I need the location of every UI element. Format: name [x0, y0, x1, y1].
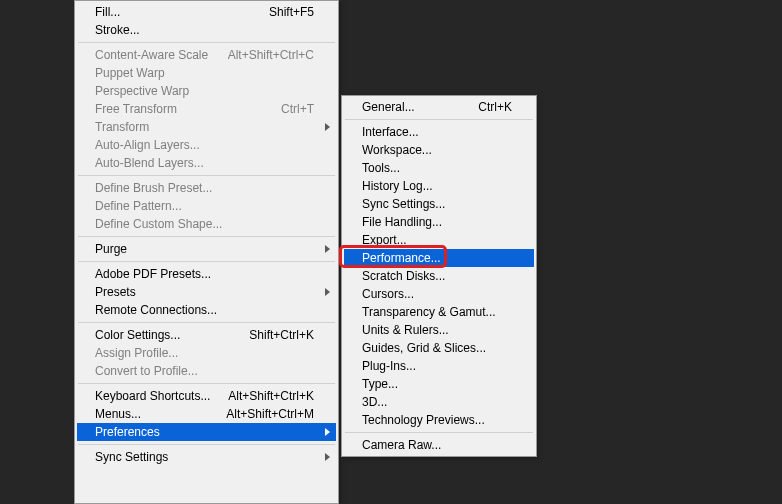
menu-item-workspace[interactable]: Workspace...: [344, 141, 534, 159]
menu-item-label: Workspace...: [362, 143, 512, 157]
menu-item-shortcut: Alt+Shift+Ctrl+K: [228, 389, 314, 403]
menu-item-label: Purge: [95, 242, 314, 256]
menu-item-label: Auto-Align Layers...: [95, 138, 314, 152]
menu-separator: [78, 383, 335, 384]
menu-item-define-brush-preset: Define Brush Preset...: [77, 179, 336, 197]
submenu-arrow-icon: [325, 428, 330, 436]
menu-item-define-pattern: Define Pattern...: [77, 197, 336, 215]
menu-item-label: Adobe PDF Presets...: [95, 267, 314, 281]
menu-item-label: Cursors...: [362, 287, 512, 301]
menu-item-purge[interactable]: Purge: [77, 240, 336, 258]
menu-item-units-rulers[interactable]: Units & Rulers...: [344, 321, 534, 339]
menu-item-3d[interactable]: 3D...: [344, 393, 534, 411]
menu-item-label: Color Settings...: [95, 328, 239, 342]
menu-separator: [78, 261, 335, 262]
menu-separator: [78, 236, 335, 237]
menu-item-convert-to-profile: Convert to Profile...: [77, 362, 336, 380]
menu-item-label: Export...: [362, 233, 512, 247]
menu-item-label: Type...: [362, 377, 512, 391]
edit-menu: Fill...Shift+F5Stroke...Content-Aware Sc…: [74, 0, 339, 504]
menu-item-preferences[interactable]: Preferences: [77, 423, 336, 441]
menu-item-fill[interactable]: Fill...Shift+F5: [77, 3, 336, 21]
menu-item-label: Remote Connections...: [95, 303, 314, 317]
menu-item-shortcut: Ctrl+T: [281, 102, 314, 116]
preferences-submenu: General...Ctrl+KInterface...Workspace...…: [341, 95, 537, 457]
menu-item-label: Content-Aware Scale: [95, 48, 218, 62]
menu-item-label: General...: [362, 100, 468, 114]
menu-item-perspective-warp: Perspective Warp: [77, 82, 336, 100]
menu-item-label: Convert to Profile...: [95, 364, 314, 378]
menu-item-keyboard-shortcuts[interactable]: Keyboard Shortcuts...Alt+Shift+Ctrl+K: [77, 387, 336, 405]
menu-item-content-aware-scale: Content-Aware ScaleAlt+Shift+Ctrl+C: [77, 46, 336, 64]
menu-item-performance[interactable]: Performance...: [344, 249, 534, 267]
menu-item-type[interactable]: Type...: [344, 375, 534, 393]
menu-item-technology-previews[interactable]: Technology Previews...: [344, 411, 534, 429]
menu-item-menus[interactable]: Menus...Alt+Shift+Ctrl+M: [77, 405, 336, 423]
menu-item-history-log[interactable]: History Log...: [344, 177, 534, 195]
menu-item-shortcut: Ctrl+K: [478, 100, 512, 114]
menu-item-label: Camera Raw...: [362, 438, 512, 452]
menu-item-label: Perspective Warp: [95, 84, 314, 98]
menu-item-label: Define Brush Preset...: [95, 181, 314, 195]
menu-item-adobe-pdf-presets[interactable]: Adobe PDF Presets...: [77, 265, 336, 283]
menu-item-cursors[interactable]: Cursors...: [344, 285, 534, 303]
menu-item-guides-grid-slices[interactable]: Guides, Grid & Slices...: [344, 339, 534, 357]
menu-item-general[interactable]: General...Ctrl+K: [344, 98, 534, 116]
menu-item-label: Guides, Grid & Slices...: [362, 341, 512, 355]
menu-separator: [78, 42, 335, 43]
menu-item-shortcut: Shift+F5: [269, 5, 314, 19]
menu-item-sync-settings[interactable]: Sync Settings: [77, 448, 336, 466]
menu-item-label: Keyboard Shortcuts...: [95, 389, 218, 403]
menu-item-label: Puppet Warp: [95, 66, 314, 80]
menu-item-label: Sync Settings: [95, 450, 314, 464]
menu-separator: [345, 432, 533, 433]
menu-item-camera-raw[interactable]: Camera Raw...: [344, 436, 534, 454]
menu-item-interface[interactable]: Interface...: [344, 123, 534, 141]
menu-item-auto-blend-layers: Auto-Blend Layers...: [77, 154, 336, 172]
menu-item-label: Auto-Blend Layers...: [95, 156, 314, 170]
submenu-arrow-icon: [325, 453, 330, 461]
menu-item-label: Units & Rulers...: [362, 323, 512, 337]
menu-item-sync-settings[interactable]: Sync Settings...: [344, 195, 534, 213]
menu-item-color-settings[interactable]: Color Settings...Shift+Ctrl+K: [77, 326, 336, 344]
menu-separator: [78, 444, 335, 445]
menu-item-label: File Handling...: [362, 215, 512, 229]
menu-item-label: Preferences: [95, 425, 314, 439]
menu-item-label: Fill...: [95, 5, 259, 19]
menu-item-auto-align-layers: Auto-Align Layers...: [77, 136, 336, 154]
menu-item-label: Interface...: [362, 125, 512, 139]
menu-item-define-custom-shape: Define Custom Shape...: [77, 215, 336, 233]
menu-item-label: History Log...: [362, 179, 512, 193]
menu-separator: [78, 175, 335, 176]
menu-item-label: Tools...: [362, 161, 512, 175]
submenu-arrow-icon: [325, 288, 330, 296]
menu-item-remote-connections[interactable]: Remote Connections...: [77, 301, 336, 319]
menu-item-transparency-gamut[interactable]: Transparency & Gamut...: [344, 303, 534, 321]
menu-item-label: Sync Settings...: [362, 197, 512, 211]
submenu-arrow-icon: [325, 123, 330, 131]
menu-item-file-handling[interactable]: File Handling...: [344, 213, 534, 231]
menu-separator: [78, 322, 335, 323]
menu-item-tools[interactable]: Tools...: [344, 159, 534, 177]
menu-item-label: Transform: [95, 120, 314, 134]
menu-item-label: Transparency & Gamut...: [362, 305, 512, 319]
menu-item-plug-ins[interactable]: Plug-Ins...: [344, 357, 534, 375]
menu-item-label: Free Transform: [95, 102, 271, 116]
menu-item-stroke[interactable]: Stroke...: [77, 21, 336, 39]
menu-item-label: Menus...: [95, 407, 216, 421]
menu-item-label: Define Pattern...: [95, 199, 314, 213]
menu-item-label: Presets: [95, 285, 314, 299]
menu-item-presets[interactable]: Presets: [77, 283, 336, 301]
menu-item-free-transform: Free TransformCtrl+T: [77, 100, 336, 118]
menu-item-transform: Transform: [77, 118, 336, 136]
menu-separator: [345, 119, 533, 120]
menu-item-export[interactable]: Export...: [344, 231, 534, 249]
menu-item-scratch-disks[interactable]: Scratch Disks...: [344, 267, 534, 285]
menu-item-label: Define Custom Shape...: [95, 217, 314, 231]
menu-item-shortcut: Alt+Shift+Ctrl+C: [228, 48, 314, 62]
menu-item-label: Plug-Ins...: [362, 359, 512, 373]
menu-item-shortcut: Shift+Ctrl+K: [249, 328, 314, 342]
menu-item-puppet-warp: Puppet Warp: [77, 64, 336, 82]
menu-item-label: Technology Previews...: [362, 413, 512, 427]
menu-item-shortcut: Alt+Shift+Ctrl+M: [226, 407, 314, 421]
